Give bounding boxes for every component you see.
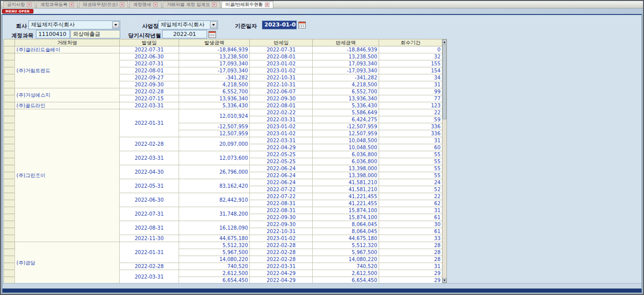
settle-date-cell[interactable]: 2022-04-29 <box>250 277 313 284</box>
occur-date-cell[interactable]: 2022-08-31 <box>120 221 179 235</box>
row-indicator[interactable] <box>4 263 15 270</box>
close-icon[interactable]: × <box>265 2 269 7</box>
chevron-down-icon[interactable] <box>112 21 119 28</box>
settle-date-cell[interactable]: 2022-04-29 <box>250 144 313 151</box>
occur-amount-cell[interactable]: 5,336,430 <box>179 102 250 109</box>
row-indicator[interactable] <box>4 144 15 151</box>
settle-amount-cell[interactable]: -17,093,340 <box>313 67 379 74</box>
occur-amount-cell[interactable]: 5,512,320 <box>179 242 250 249</box>
collect-days-cell[interactable]: 123 <box>379 102 442 109</box>
settle-date-cell[interactable]: 2022-07-31 <box>250 46 313 53</box>
settle-date-cell[interactable]: 2023-01-02 <box>250 123 313 130</box>
settle-date-cell[interactable]: 2022-08-01 <box>250 102 313 109</box>
close-icon[interactable]: × <box>212 2 216 7</box>
collect-days-cell[interactable]: 55 <box>379 165 442 172</box>
collect-days-cell[interactable]: 59 <box>379 116 442 123</box>
row-indicator[interactable] <box>4 109 15 116</box>
settle-amount-cell[interactable]: 13,398,000 <box>313 172 379 179</box>
settle-amount-cell[interactable]: 41,581,210 <box>313 179 379 186</box>
settle-date-cell[interactable]: 2022-05-25 <box>250 158 313 165</box>
occur-amount-cell[interactable]: 31,748,200 <box>179 207 250 221</box>
settle-amount-cell[interactable]: -12,507,959 <box>313 123 379 130</box>
collect-days-cell[interactable]: 31 <box>379 81 442 88</box>
occur-amount-cell[interactable]: 16,128,090 <box>179 221 250 235</box>
row-indicator[interactable] <box>4 242 15 249</box>
occur-amount-cell[interactable]: -341,282 <box>179 74 250 81</box>
scrollbar-thumb[interactable] <box>442 44 446 119</box>
occur-amount-cell[interactable]: 6,654,450 <box>179 277 250 284</box>
collect-days-cell[interactable]: 31 <box>379 137 442 144</box>
close-icon[interactable]: × <box>120 2 124 7</box>
settle-amount-cell[interactable]: 14,080,220 <box>313 256 379 263</box>
occur-amount-cell[interactable]: 20,097,000 <box>179 137 250 151</box>
collect-days-cell[interactable]: 99 <box>379 88 442 95</box>
row-indicator[interactable] <box>4 172 15 179</box>
occur-date-cell[interactable]: 2022-09-27 <box>120 74 179 81</box>
settle-date-cell[interactable]: 2022-06-07 <box>250 88 313 95</box>
period-start-input[interactable]: 2022-01 <box>162 30 207 38</box>
occur-date-cell[interactable]: 2022-11-30 <box>120 235 179 242</box>
collect-days-cell[interactable]: 28 <box>379 242 442 249</box>
tab-item[interactable]: 미결/반제회수현황× <box>221 1 273 8</box>
occur-date-cell[interactable]: 2022-03-31 <box>120 151 179 165</box>
tab-item[interactable]: 거래처별 계정 집계표× <box>163 1 220 8</box>
settle-amount-cell[interactable]: 15,874,100 <box>313 207 379 214</box>
settle-date-cell[interactable]: 2022-10-31 <box>250 81 313 88</box>
row-indicator[interactable] <box>4 137 15 144</box>
settle-amount-cell[interactable]: 12,507,959 <box>313 130 379 137</box>
occur-amount-cell[interactable]: 2,612,500 <box>179 270 250 277</box>
close-icon[interactable]: × <box>153 2 158 7</box>
customer-name-cell[interactable]: (주)금담 <box>15 242 120 284</box>
row-indicator[interactable] <box>4 60 15 67</box>
collect-days-cell[interactable]: 55 <box>379 172 442 179</box>
collect-days-cell[interactable]: 336 <box>379 130 442 137</box>
settle-amount-cell[interactable]: 10,048,500 <box>313 137 379 144</box>
settle-date-cell[interactable]: 2022-07-22 <box>250 193 313 200</box>
settle-date-cell[interactable]: 2022-06-24 <box>250 179 313 186</box>
collect-days-cell[interactable]: 29 <box>379 277 442 284</box>
row-indicator[interactable] <box>4 67 15 74</box>
collect-days-cell[interactable]: 55 <box>379 151 442 158</box>
settle-amount-cell[interactable]: 6,036,800 <box>313 151 379 158</box>
chevron-down-icon[interactable] <box>210 21 217 28</box>
occur-amount-cell[interactable]: 12,073,600 <box>179 151 250 165</box>
occur-amount-cell[interactable]: 12,507,959 <box>179 130 250 137</box>
settle-amount-cell[interactable]: 6,036,800 <box>313 158 379 165</box>
settle-date-cell[interactable]: 2022-09-30 <box>250 214 313 221</box>
customer-name-cell[interactable]: (주)갤러리드슬레이 <box>15 46 120 53</box>
settle-date-cell[interactable]: 2022-04-29 <box>250 270 313 277</box>
account-code-input[interactable]: 11100410 <box>36 30 70 38</box>
settle-date-cell[interactable]: 2023-01-02 <box>250 235 313 242</box>
collect-days-cell[interactable]: 0 <box>379 46 442 53</box>
occur-date-cell[interactable]: 2022-03-31 <box>120 270 179 284</box>
collect-days-cell[interactable]: 61 <box>379 214 442 221</box>
row-indicator[interactable] <box>4 151 15 158</box>
row-indicator[interactable] <box>4 179 15 186</box>
row-indicator[interactable] <box>4 221 15 228</box>
occur-amount-cell[interactable]: -12,507,959 <box>179 123 250 130</box>
row-indicator[interactable] <box>4 88 15 95</box>
calendar-icon[interactable] <box>298 21 306 28</box>
collect-days-cell[interactable]: 31 <box>379 263 442 270</box>
settle-date-cell[interactable]: 2022-10-31 <box>250 228 313 235</box>
settle-date-cell[interactable]: 2022-08-31 <box>250 200 313 207</box>
close-icon[interactable]: × <box>27 2 31 7</box>
close-icon[interactable]: × <box>69 2 74 7</box>
row-indicator[interactable] <box>4 165 15 172</box>
occur-amount-cell[interactable]: 12,010,924 <box>179 109 250 123</box>
settle-date-cell[interactable]: 2022-07-22 <box>250 186 313 193</box>
occur-amount-cell[interactable]: 17,093,340 <box>179 60 250 67</box>
collect-days-cell[interactable]: 22 <box>379 193 442 200</box>
settle-date-cell[interactable]: 2022-06-24 <box>250 165 313 172</box>
occur-amount-cell[interactable]: 6,552,700 <box>179 88 250 95</box>
settle-amount-cell[interactable]: 6,552,700 <box>313 88 379 95</box>
collect-days-cell[interactable]: 30 <box>379 221 442 228</box>
occur-amount-cell[interactable]: 44,675,180 <box>179 235 250 242</box>
settle-amount-cell[interactable]: -341,282 <box>313 74 379 81</box>
settle-amount-cell[interactable]: 15,874,100 <box>313 214 379 221</box>
site-select[interactable]: 제일제지주식회사 <box>158 20 218 29</box>
row-indicator[interactable] <box>4 235 15 242</box>
settle-amount-cell[interactable]: 4,218,500 <box>313 81 379 88</box>
occur-date-cell[interactable]: 2022-07-31 <box>120 46 179 53</box>
occur-date-cell[interactable]: 2022-02-28 <box>120 88 179 95</box>
